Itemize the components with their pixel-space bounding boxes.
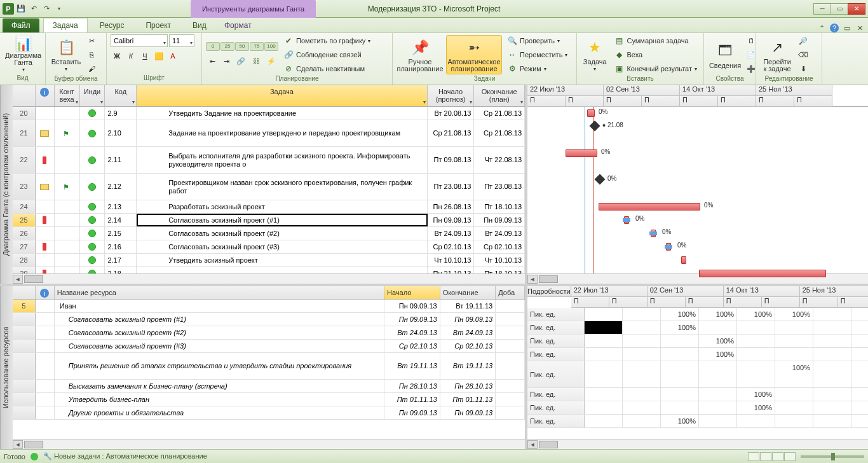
gantt-chart[interactable]: 0%♦ 21.080%0%0%0%0%0%	[527, 107, 868, 273]
status-new-tasks[interactable]: 🔧 Новые задачи : Автоматическое планиров…	[43, 452, 207, 460]
app-icon[interactable]: P	[3, 3, 14, 15]
details-row[interactable]: Пик. ед.100%	[527, 415, 868, 428]
summary-task-button[interactable]: ▤Суммарная задача	[611, 34, 700, 47]
undo-icon[interactable]: ↶	[28, 3, 39, 15]
find-icon[interactable]: 🔎	[797, 34, 810, 47]
qat-dropdown-icon[interactable]: ▾	[53, 3, 65, 15]
table-row[interactable]: Согласовать эскизный проект (#1)Пн 09.09…	[13, 313, 525, 326]
col-finish[interactable]: Окончание (план)▾	[474, 85, 525, 106]
insert-task-button[interactable]: ★Задача▾	[581, 35, 609, 74]
help-icon[interactable]: ?	[830, 24, 839, 32]
fill-icon[interactable]: ⬇	[797, 62, 810, 75]
move-button[interactable]: ↔Переместить ▾	[505, 48, 570, 61]
minimize-button[interactable]: ─	[813, 3, 831, 15]
split-icon[interactable]: ⚡	[264, 55, 278, 67]
col-indicator[interactable]: Инди▾	[80, 85, 105, 106]
maximize-button[interactable]: ▭	[831, 3, 848, 15]
table-row[interactable]: 242.13Разработать эскизный проектПн 26.0…	[13, 200, 525, 214]
italic-button[interactable]: К	[125, 50, 137, 62]
table-row[interactable]: 202.9Утвердить Задание на проектирование…	[13, 107, 525, 120]
bold-button[interactable]: Ж	[111, 50, 123, 62]
zoom-slider[interactable]	[801, 455, 864, 458]
cut-icon[interactable]: ✂	[85, 34, 98, 47]
table-row[interactable]: 292.18Пн 21.10.13Пт 18.10.13	[13, 267, 525, 273]
tab-format[interactable]: Формат	[215, 18, 261, 32]
h-scrollbar-top-left[interactable]: ◄	[13, 273, 525, 284]
table-row[interactable]: Согласовать эскизный проект (#2)Вт 24.09…	[13, 326, 525, 340]
h-scrollbar-bottom-left[interactable]: ◄	[13, 439, 525, 449]
details-icon[interactable]: 📄	[745, 48, 757, 61]
save-icon[interactable]: 💾	[15, 3, 27, 15]
unlink-icon[interactable]: ⛓	[249, 55, 263, 67]
view-shortcuts[interactable]	[748, 452, 796, 461]
status-macro-icon[interactable]	[31, 453, 38, 460]
paste-button[interactable]: 📋Вставить▾	[50, 35, 83, 74]
details-row[interactable]: Пик. ед.100%	[527, 335, 868, 348]
notes-icon[interactable]: 🗒	[745, 34, 757, 47]
col-start[interactable]: Начало (прогноз)▾	[428, 85, 475, 106]
minimize-ribbon-icon[interactable]: ⌃	[817, 24, 826, 32]
underline-button[interactable]: Ч	[139, 50, 151, 62]
table-row[interactable]: 272.16Согласовать эскизный проект (#3)Ср…	[13, 240, 525, 254]
table-row[interactable]: 262.15Согласовать эскизный проект (#2)Вт…	[13, 227, 525, 240]
link-icon[interactable]: 🔗	[234, 55, 248, 67]
percent-complete-buttons[interactable]: 0255075100	[206, 42, 278, 51]
resource-grid[interactable]: 5ИванПн 09.09.13Вт 19.11.13Согласовать э…	[13, 300, 525, 439]
outdent-icon[interactable]: ⇤	[206, 55, 219, 67]
details-row[interactable]: Пик. ед.100%	[527, 348, 868, 361]
mode-button[interactable]: ⚙Режим ▾	[505, 62, 570, 75]
indent-icon[interactable]: ⇥	[220, 55, 233, 67]
details-row[interactable]: Пик. ед.100%	[527, 388, 868, 401]
view-bar-bottom[interactable]: Использование ресурсов	[0, 286, 13, 449]
scroll-to-task-button[interactable]: ↗Перейти к задаче	[760, 35, 794, 74]
font-size-combo[interactable]: 11▾	[169, 34, 194, 47]
table-row[interactable]: Другие проекты и обязательстваПн 09.09.1…	[13, 406, 525, 420]
res-col-info-icon[interactable]: i	[36, 286, 55, 299]
details-grid[interactable]: Пик. ед.100%100%100%100%Пик. ед.100%Пик.…	[527, 308, 868, 439]
table-row[interactable]: 282.17Утвердить эскизный проектЧт 10.10.…	[13, 254, 525, 267]
table-row[interactable]: 21⚑2.10Задание на проектирование утвержд…	[13, 120, 525, 147]
font-color-button[interactable]: A	[166, 50, 179, 62]
details-row[interactable]: Пик. ед.100%	[527, 361, 868, 388]
gantt-chart-button[interactable]: 📊Диаграмма Ганта▾	[4, 35, 43, 74]
inactivate-button[interactable]: ⊘Сделать неактивным	[281, 62, 373, 75]
format-painter-icon[interactable]: 🖌	[85, 62, 98, 75]
mark-on-track-button[interactable]: ✔Пометить по графику ▾	[281, 34, 373, 47]
close-button[interactable]: ✕	[848, 3, 865, 15]
col-task[interactable]: Задача▾	[137, 85, 428, 106]
res-col-rownum[interactable]	[13, 286, 36, 299]
details-row[interactable]: Пик. ед.100%	[527, 321, 868, 335]
tab-project[interactable]: Проект	[136, 18, 180, 32]
fill-color-button[interactable]: 🟨	[153, 50, 165, 62]
col-code[interactable]: Код▾	[105, 85, 137, 106]
timeline-header-top[interactable]: 22 Июл '1302 Сен '1314 Окт '1325 Ноя '13…	[527, 85, 868, 107]
details-header[interactable]: Подробности	[527, 286, 571, 297]
timeline-add-icon[interactable]: ➕	[745, 62, 757, 75]
res-col-extra[interactable]: Доба	[496, 286, 525, 299]
close-doc-icon[interactable]: ✕	[855, 24, 864, 32]
tab-view[interactable]: Вид	[183, 18, 216, 32]
milestone-button[interactable]: ◆Веха	[611, 48, 700, 61]
table-row[interactable]: 5ИванПн 09.09.13Вт 19.11.13	[13, 300, 525, 313]
manual-schedule-button[interactable]: 📌Ручное планирование	[397, 35, 444, 74]
restore-window-icon[interactable]: ▭	[843, 24, 851, 32]
res-col-finish[interactable]: Окончание	[440, 286, 496, 299]
table-row[interactable]: Согласовать эскизный проект (#3)Ср 02.10…	[13, 340, 525, 353]
view-bar-top[interactable]: Диаграмма Ганта (с контролем отклонений)	[0, 85, 13, 284]
deliverable-button[interactable]: ▣Конечный результат ▾	[611, 62, 700, 75]
table-row[interactable]: Утвердить бизнес-планПт 01.11.13Пт 01.11…	[13, 393, 525, 406]
table-row[interactable]: Принять решение об этапах строительства …	[13, 353, 525, 380]
information-button[interactable]: 🗔Сведения	[708, 35, 742, 74]
res-col-name[interactable]: Название ресурса	[55, 286, 384, 299]
col-rownum[interactable]	[13, 85, 36, 106]
redo-icon[interactable]: ↷	[41, 3, 52, 15]
table-row[interactable]: 222.11Выбрать исполнителя для разработки…	[13, 147, 525, 174]
details-row[interactable]: Пик. ед.100%	[527, 401, 868, 415]
table-row[interactable]: 23⚑2.12Проектировщиком назван срок эскиз…	[13, 174, 525, 200]
table-row[interactable]: Высказать замечания к Бизнес-плану (встр…	[13, 380, 525, 393]
inspect-button[interactable]: 🔍Проверить ▾	[505, 34, 570, 47]
col-milestone[interactable]: Конт веха▾	[55, 85, 80, 106]
auto-schedule-button[interactable]: ➵Автоматическое планирование	[446, 35, 502, 74]
copy-icon[interactable]: ⎘	[85, 48, 98, 61]
tab-file[interactable]: Файл	[3, 18, 39, 32]
